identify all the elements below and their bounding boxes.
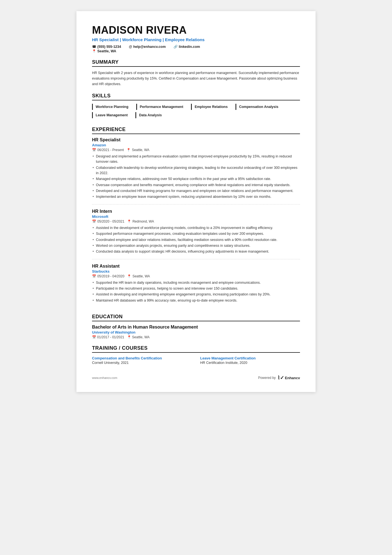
calendar-icon: 📅 (92, 148, 96, 152)
job-location: 📍 Redmond, WA (127, 219, 154, 223)
skills-section: SKILLS Workforce PlanningPerformance Man… (92, 93, 300, 120)
job-date: 📅 05/2019 - 04/2020 (92, 274, 124, 278)
company-name: Starbucks (92, 269, 300, 273)
calendar-icon: 📅 (92, 274, 96, 278)
edu-meta: 📅 01/2017 - 01/2021 📍 Seattle, WA (92, 335, 300, 339)
enhancv-logo: ⌇✓ Enhancv (277, 375, 300, 381)
job-meta: 📅 06/2021 - Present 📍 Seattle, WA (92, 148, 300, 152)
location-row: 📍 Seattle, WA (92, 49, 300, 53)
training-name: Compensation and Benefits Certification (92, 356, 192, 360)
bullet-item: Managed employee relations, addressing o… (92, 176, 300, 182)
bullet-item: Supported the HR team in daily operation… (92, 280, 300, 285)
experience-section: EXPERIENCE HR SpecialistAmazon 📅 06/2021… (92, 127, 300, 308)
bullet-item: Designed and implemented a performance e… (92, 154, 300, 165)
skills-title: SKILLS (92, 93, 300, 100)
experience-title: EXPERIENCE (92, 127, 300, 134)
training-detail: HR Certification Institute, 2020 (200, 361, 300, 365)
email-value: help@enhancv.com (133, 45, 166, 49)
skill-item: Leave Management (92, 112, 133, 118)
experience-block: HR SpecialistAmazon 📅 06/2021 - Present … (92, 137, 300, 204)
bullet-item: Implemented an employee leave management… (92, 194, 300, 199)
job-meta: 📅 05/2020 - 05/2021 📍 Redmond, WA (92, 219, 300, 223)
linkedin-icon: 🔗 (173, 45, 178, 49)
bullet-item: Collaborated with leadership to develop … (92, 165, 300, 176)
training-detail: Cornell University, 2021 (92, 361, 192, 365)
bullet-list: Assisted in the development of workforce… (92, 225, 300, 255)
bullet-item: Coordinated employee and labor relations… (92, 237, 300, 243)
bullet-item: Participated in the recruitment process,… (92, 286, 300, 291)
experience-block: HR InternMicrosoft 📅 05/2020 - 05/2021 📍… (92, 209, 300, 259)
location-value: Seattle, WA (97, 49, 116, 53)
training-item: Compensation and Benefits CertificationC… (92, 356, 192, 365)
bullet-list: Supported the HR team in daily operation… (92, 280, 300, 304)
job-title: HR Assistant (92, 264, 300, 269)
location-icon: 📍 (92, 49, 96, 53)
bullet-item: Supported performance management process… (92, 231, 300, 236)
summary-text: HR Specialist with 2 years of experience… (92, 70, 300, 87)
company-name: Amazon (92, 143, 300, 147)
education-block: Bachelor of Arts in Human Resource Manag… (92, 325, 300, 339)
email-icon: @ (129, 45, 132, 49)
brand-name: Enhancv (285, 376, 300, 380)
job-location: 📍 Seattle, WA (127, 274, 150, 278)
training-title: TRAINING / COURSES (92, 345, 300, 353)
phone-value: (555) 555-1234 (97, 45, 121, 49)
skill-item: Employee Relations (191, 104, 233, 110)
powered-by-text: Powered by (258, 376, 276, 380)
location-contact: 📍 Seattle, WA (92, 49, 116, 53)
phone-contact: ☎ (555) 555-1234 (92, 45, 121, 49)
job-meta: 📅 05/2019 - 04/2020 📍 Seattle, WA (92, 274, 300, 278)
edu-degree: Bachelor of Arts in Human Resource Manag… (92, 325, 300, 330)
education-title: EDUCATION (92, 314, 300, 321)
bullet-item: Worked on compensation analysis projects… (92, 243, 300, 248)
summary-section: SUMMARY HR Specialist with 2 years of ex… (92, 59, 300, 87)
header: MADISON RIVERA HR Specialist | Workforce… (92, 24, 300, 53)
job-date: 📅 05/2020 - 05/2021 (92, 219, 124, 223)
bullet-item: Oversaw compensation and benefits manage… (92, 182, 300, 188)
experience-block: HR AssistantStarbucks 📅 05/2019 - 04/202… (92, 264, 300, 308)
job-date: 📅 06/2021 - Present (92, 148, 124, 152)
linkedin-contact: 🔗 linkedin.com (173, 45, 200, 49)
calendar-icon: 📅 (92, 219, 96, 223)
linkedin-value: linkedin.com (179, 45, 200, 49)
skill-item: Data Analysis (135, 112, 167, 118)
edu-school: University of Washington (92, 330, 300, 334)
contact-row: ☎ (555) 555-1234 @ help@enhancv.com 🔗 li… (92, 45, 300, 49)
bullet-item: Maintained HR databases with a 99% accur… (92, 298, 300, 303)
training-item: Leave Management CertificationHR Certifi… (200, 356, 300, 365)
bullet-item: Conducted data analysis to support strat… (92, 249, 300, 254)
footer: www.enhancv.com Powered by ⌇✓ Enhancv (92, 375, 300, 381)
job-title: HR Intern (92, 209, 300, 214)
skill-item: Workforce Planning (92, 104, 133, 110)
bullet-item: Assisted in the development of workforce… (92, 225, 300, 231)
company-name: Microsoft (92, 214, 300, 219)
location-pin-icon: 📍 (126, 148, 131, 152)
edu-date: 📅 01/2017 - 01/2021 (92, 335, 124, 339)
experience-list: HR SpecialistAmazon 📅 06/2021 - Present … (92, 137, 300, 308)
bullet-list: Designed and implemented a performance e… (92, 154, 300, 200)
footer-website: www.enhancv.com (92, 376, 117, 379)
bullet-item: Developed and conducted HR training prog… (92, 188, 300, 194)
job-title: HR Specialist (92, 137, 300, 142)
candidate-title: HR Specialist | Workforce Planning | Emp… (92, 37, 300, 42)
logo-icon: ⌇✓ (277, 375, 284, 381)
skill-item: Performance Management (136, 104, 188, 110)
summary-title: SUMMARY (92, 59, 300, 67)
candidate-name: MADISON RIVERA (92, 24, 300, 36)
education-section: EDUCATION Bachelor of Arts in Human Reso… (92, 314, 300, 339)
skill-item: Compensation Analysis (235, 104, 283, 110)
location-pin-icon: 📍 (127, 274, 131, 278)
email-contact: @ help@enhancv.com (129, 45, 166, 49)
edu-location: 📍 Seattle, WA (127, 335, 150, 339)
education-list: Bachelor of Arts in Human Resource Manag… (92, 325, 300, 339)
training-section: TRAINING / COURSES Compensation and Bene… (92, 345, 300, 365)
phone-icon: ☎ (92, 45, 96, 49)
training-grid: Compensation and Benefits CertificationC… (92, 356, 300, 365)
training-name: Leave Management Certification (200, 356, 300, 360)
bullet-item: Assisted in developing and implementing … (92, 292, 300, 297)
skills-grid: Workforce PlanningPerformance Management… (92, 104, 300, 120)
footer-brand: Powered by ⌇✓ Enhancv (258, 375, 300, 381)
job-location: 📍 Seattle, WA (126, 148, 149, 152)
resume-container: MADISON RIVERA HR Specialist | Workforce… (76, 11, 316, 392)
location-pin-icon: 📍 (127, 219, 131, 223)
